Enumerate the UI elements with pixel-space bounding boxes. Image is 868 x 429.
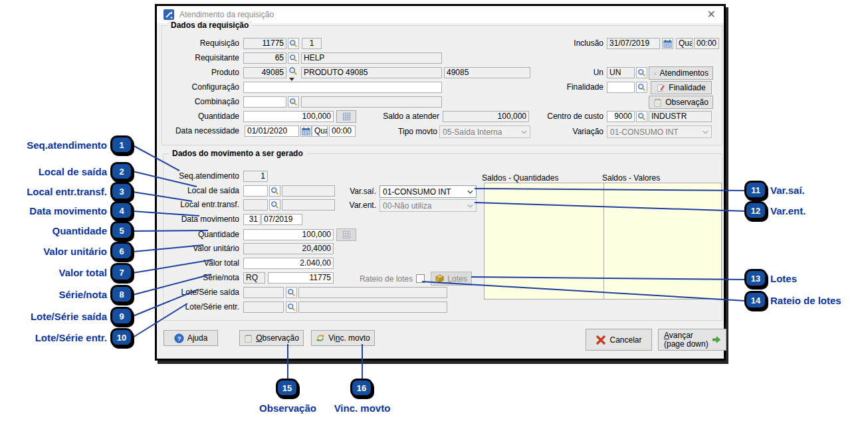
- annotation-serie-nota: Série/nota 8: [58, 285, 133, 303]
- magnifier-icon: [271, 201, 279, 209]
- rateio-lotes-checkbox[interactable]: [416, 274, 425, 283]
- cancelar-button[interactable]: Cancelar: [586, 329, 652, 351]
- magnifier-icon: [637, 112, 646, 121]
- magnifier-icon: [287, 288, 296, 297]
- magnifier-icon: [289, 98, 298, 106]
- var-sai-combo[interactable]: 01-CONSUMO INT: [380, 185, 477, 198]
- notepad-icon: [653, 98, 662, 107]
- lote-entr-label: Lote/Série entr.: [158, 301, 239, 313]
- combinacao-field[interactable]: [243, 96, 286, 108]
- quantidade-field[interactable]: 100,000: [243, 111, 334, 122]
- magnifier-icon: [289, 39, 298, 48]
- data-movimento-monthyear-field[interactable]: 07/2019: [261, 214, 302, 225]
- centro-custo-field[interactable]: 9000: [607, 111, 635, 122]
- configuracao-field[interactable]: [243, 82, 442, 93]
- inclusao-time-field: 00:00: [694, 38, 719, 49]
- local-entr-field: [243, 199, 268, 211]
- finalidade-field[interactable]: [607, 82, 635, 93]
- annotation-label: Local entr.transf.: [27, 186, 107, 197]
- nota-field[interactable]: 11775: [268, 272, 334, 284]
- produto-magnifier-icon[interactable]: [288, 66, 298, 76]
- vinc-movto-button[interactable]: Vinc. movto: [311, 330, 375, 346]
- quantidade-grid-button[interactable]: [336, 110, 356, 123]
- valor-total-label: Valor total: [158, 258, 239, 269]
- inclusao-calendar-button[interactable]: [662, 38, 673, 49]
- annotation-vinc-movto-caption: Vinc. movto: [321, 402, 403, 414]
- finalidade-button[interactable]: Finalidade: [651, 81, 712, 94]
- saldos-panel-divider: [603, 183, 604, 299]
- data-necessidade-calendar-button[interactable]: [300, 126, 312, 137]
- variacao-combo: 01-CONSUMO INT: [607, 126, 712, 138]
- requisicao-label: Requisição: [158, 38, 239, 49]
- var-ent-combo: 00-Não utiliza: [380, 199, 477, 212]
- annotation-badge-10: 10: [110, 328, 133, 347]
- annotation-badge-15: 15: [276, 379, 298, 397]
- lote-entr-desc-field: [298, 301, 447, 313]
- seq-atendimento-field: 1: [243, 171, 268, 182]
- chevron-down-icon: [467, 190, 473, 194]
- quantidade-label: Quantidade: [158, 111, 239, 122]
- close-icon[interactable]: ✕: [707, 8, 716, 21]
- annotation-badge-12: 12: [744, 201, 767, 220]
- annotation-badge-8: 8: [110, 285, 133, 303]
- requisitante-lookup-button[interactable]: [288, 52, 299, 64]
- observacao-top-button[interactable]: Observação: [649, 96, 713, 109]
- notepad-icon: [244, 334, 253, 343]
- centro-custo-lookup-button[interactable]: [636, 111, 647, 122]
- annotation-observacao-caption: Observação: [247, 402, 329, 414]
- arrow-right-icon: [712, 335, 720, 345]
- inclusao-label: Inclusão: [517, 38, 603, 49]
- requisitante-field: 65: [243, 52, 286, 64]
- annotation-badge-16: 16: [350, 379, 373, 397]
- calendar-icon: [302, 127, 310, 135]
- observacao-button[interactable]: Observação: [239, 330, 304, 346]
- help-icon: ?: [174, 333, 184, 343]
- annotation-badge-13: 13: [744, 269, 767, 288]
- atendimentos-button[interactable]: Atendimentos: [649, 66, 713, 80]
- seq-atendimento-label: Seq.atendimento: [158, 171, 239, 182]
- annotation-var-sai: 11 Var.saí.: [744, 181, 805, 199]
- produto-label: Produto: [158, 67, 239, 78]
- app-icon: [163, 9, 174, 20]
- cancel-x-icon: [596, 335, 606, 345]
- data-necessidade-time-field[interactable]: 00:00: [329, 126, 356, 137]
- ajuda-button[interactable]: ? Ajuda: [163, 330, 218, 346]
- annotation-label: Rateio de lotes: [770, 295, 841, 306]
- box-icon: [435, 274, 444, 283]
- requisicao-lookup-button[interactable]: [288, 38, 299, 49]
- annotation-label: Local de saída: [39, 166, 107, 177]
- combinacao-lookup-button[interactable]: [288, 96, 299, 108]
- lote-entr-lookup-button[interactable]: [286, 301, 297, 313]
- requisitante-desc-field: HELP: [301, 52, 442, 64]
- local-saida-label: Local de saída: [158, 185, 239, 197]
- avancar-button[interactable]: Avançar (page down): [658, 329, 726, 351]
- annotation-valor-unitario: Valor unitário 6: [43, 242, 133, 260]
- data-movimento-day-field[interactable]: 31: [243, 214, 261, 225]
- local-entr-lookup-button[interactable]: [269, 199, 280, 211]
- un-lookup-button[interactable]: [636, 67, 647, 78]
- lote-saida-lookup-button[interactable]: [286, 287, 297, 298]
- link-movement-icon: [316, 333, 325, 343]
- finalidade-lookup-button[interactable]: [636, 82, 647, 93]
- annotation-label: Lotes: [770, 273, 797, 284]
- magnifier-icon: [287, 303, 296, 311]
- magnifier-icon: [271, 187, 279, 195]
- data-necessidade-field[interactable]: 01/01/2020: [245, 126, 299, 137]
- annotation-label: Valor unitário: [43, 246, 107, 257]
- annotation-quantidade: Quantidade 5: [52, 221, 133, 240]
- annotation-badge-3: 3: [110, 182, 133, 201]
- produto-dropdown-caret-icon[interactable]: [289, 78, 294, 81]
- annotation-label: Lote/Série entr.: [35, 332, 107, 343]
- centro-custo-desc-field: INDUSTR: [649, 111, 712, 122]
- lotes-button: Lotes: [431, 272, 472, 286]
- lote-saida-field: [243, 287, 284, 298]
- inclusao-date-field: 31/07/2019: [607, 38, 660, 49]
- local-saida-field[interactable]: [243, 185, 268, 197]
- quantidade-mov-field[interactable]: 100,000: [243, 229, 334, 240]
- annotation-badge-6: 6: [110, 242, 133, 260]
- local-saida-lookup-button[interactable]: [269, 185, 280, 197]
- valor-total-field[interactable]: 2.040,00: [243, 258, 334, 269]
- requisitante-label: Requisitante: [158, 52, 239, 64]
- produto-desc-field: PRODUTO 49085: [301, 67, 442, 78]
- requisicao-seq-field: 1: [302, 38, 322, 49]
